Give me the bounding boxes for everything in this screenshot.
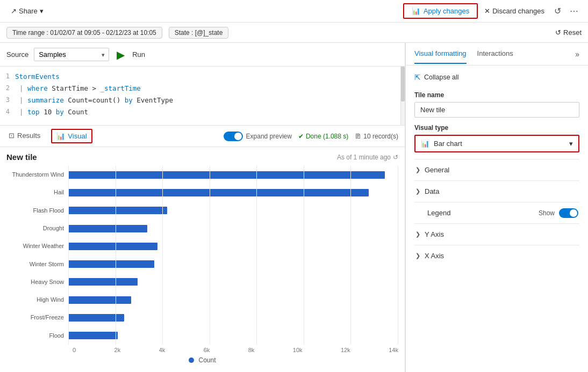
line-num-1: 1 — [0, 71, 15, 82]
tile-name-input[interactable] — [414, 102, 579, 118]
visual-formatting-label: Visual formatting — [414, 49, 467, 57]
chart-title: New tile — [6, 152, 37, 162]
x-axis-label: X Axis — [425, 252, 444, 260]
visual-type-group: Visual type 📊 Bar chart ▾ — [414, 124, 579, 152]
run-label[interactable]: Run — [132, 50, 145, 59]
tab-visual[interactable]: 📊 Visual — [51, 129, 92, 143]
bar-6 — [68, 278, 138, 286]
x-tick-5: 10k — [293, 347, 303, 353]
state-filter[interactable]: State : [@]_state — [169, 27, 229, 39]
bar-label-6: Heavy Snow — [6, 276, 64, 288]
legend-show-label: Show — [539, 209, 555, 217]
collapse-all-button[interactable]: ⇱ Collapse all — [414, 72, 459, 83]
code-editor[interactable]: 1 StormEvents 2 | where StartTime > _sta… — [0, 67, 405, 126]
code-content-1: StormEvents — [15, 71, 60, 82]
dropdown-chevron-icon: ▾ — [569, 140, 573, 148]
more-options-button[interactable]: ⋯ — [567, 4, 582, 18]
records-icon: 🖹 — [355, 133, 361, 140]
x-axis-section[interactable]: ❯ X Axis — [414, 245, 579, 266]
bar-chart: Thunderstorm Wind Hail Flash Flood Droug… — [6, 166, 398, 364]
legend-toggle-thumb — [570, 209, 577, 217]
run-play-button[interactable]: ▶ — [114, 47, 127, 62]
bar-label-4: Winter Weather — [6, 240, 64, 252]
bar-7 — [68, 296, 131, 304]
right-content: ⇱ Collapse all Tile name Visual type 📊 B… — [406, 65, 588, 372]
x-axis-chevron-icon: ❯ — [415, 252, 420, 259]
bar-label-7: High Wind — [6, 294, 64, 306]
right-tabs: Visual formatting Interactions » — [406, 43, 588, 65]
x-tick-2: 4k — [159, 347, 166, 353]
tabs-right: Expand preview ✔ Done (1.088 s) 🖹 10 rec… — [224, 132, 398, 141]
bar-label-0: Thunderstorm Wind — [6, 169, 64, 181]
x-tick-3: 6k — [204, 347, 210, 353]
left-panel: Source Samples ▶ Run 1 StormEvents 2 | w… — [0, 43, 405, 372]
bar-4 — [68, 243, 157, 250]
legend-toggle[interactable] — [559, 208, 578, 218]
data-section[interactable]: ❯ Data — [414, 180, 579, 202]
bar-row-1 — [68, 187, 398, 199]
expand-panel-button[interactable]: » — [575, 50, 579, 59]
source-bar: Source Samples ▶ Run — [0, 43, 405, 67]
reset-button[interactable]: ↺ Reset — [555, 28, 582, 37]
bar-row-3 — [68, 223, 398, 235]
tab-results[interactable]: ⊡ Results — [6, 127, 42, 145]
y-axis-section[interactable]: ❯ Y Axis — [414, 223, 579, 245]
scroll-thumb — [401, 67, 405, 101]
chart-area: New tile As of 1 minute ago ↺ Thundersto… — [0, 147, 405, 372]
done-label: Done (1.088 s) — [306, 133, 348, 140]
scroll-indicator — [400, 67, 405, 125]
y-axis-label: Y Axis — [425, 230, 444, 238]
y-axis-chevron-icon: ❯ — [415, 231, 420, 238]
apply-changes-button[interactable]: 📊 Apply changes — [403, 3, 478, 19]
bar-row-2 — [68, 205, 398, 216]
code-content-3: | summarize Count=count() by EventType — [19, 95, 173, 106]
discard-changes-label: Discard changes — [492, 7, 544, 15]
source-select-wrapper: Samples — [34, 48, 109, 61]
bar-row-9 — [68, 330, 398, 341]
timestamp-text: As of 1 minute ago — [337, 154, 391, 161]
bar-row-8 — [68, 312, 398, 324]
share-button[interactable]: ↗ Share ▾ — [6, 5, 48, 17]
legend-label: Count — [198, 356, 216, 364]
refresh-icon[interactable]: ↺ — [393, 154, 398, 161]
x-tick-1: 2k — [114, 347, 121, 353]
filter-bar-right: ↺ Reset — [555, 28, 582, 37]
reset-label: Reset — [563, 28, 582, 37]
general-section[interactable]: ❯ General — [414, 159, 579, 180]
toolbar-left: ↗ Share ▾ — [6, 5, 48, 17]
visual-type-label: Visual type — [414, 124, 579, 132]
chart-timestamp: As of 1 minute ago ↺ — [337, 154, 398, 161]
tab-visual-formatting[interactable]: Visual formatting — [414, 44, 467, 64]
x-tick-7: 14k — [389, 347, 398, 353]
discard-changes-button[interactable]: ✕ Discard changes — [480, 5, 549, 17]
toolbar-right: 📊 Apply changes ✕ Discard changes ↺ ⋯ — [403, 3, 582, 19]
bar-1 — [68, 189, 369, 196]
visual-icon: 📊 — [56, 132, 65, 140]
bar-label-3: Drought — [6, 223, 64, 235]
legend-section-label: Legend — [427, 209, 539, 217]
main-layout: Source Samples ▶ Run 1 StormEvents 2 | w… — [0, 43, 588, 372]
top-toolbar: ↗ Share ▾ 📊 Apply changes ✕ Discard chan… — [0, 0, 588, 23]
chart-legend: Count — [6, 356, 398, 364]
tile-name-label: Tile name — [414, 91, 579, 99]
code-content-2: | where StartTime > _startTime — [19, 83, 141, 94]
refresh-button[interactable]: ↺ — [551, 4, 564, 18]
tab-interactions[interactable]: Interactions — [477, 44, 513, 64]
share-label: Share — [19, 7, 38, 15]
bar-row-0 — [68, 169, 398, 181]
time-range-filter[interactable]: Time range : 01/02/07 at 09:05 - 02/12/2… — [6, 27, 162, 39]
line-num-3: 3 — [0, 95, 15, 105]
bar-row-6 — [68, 276, 398, 288]
expand-preview-toggle[interactable] — [224, 132, 243, 141]
collapse-icon: ⇱ — [414, 73, 421, 82]
general-chevron-icon: ❯ — [415, 166, 420, 173]
visual-type-select[interactable]: 📊 Bar chart ▾ — [414, 135, 579, 152]
done-badge: ✔ Done (1.088 s) — [298, 133, 348, 140]
source-select[interactable]: Samples — [34, 48, 109, 61]
reset-icon: ↺ — [555, 28, 561, 37]
visual-label: Visual — [68, 132, 87, 140]
bar-0 — [68, 171, 385, 179]
records-badge: 🖹 10 record(s) — [355, 133, 398, 140]
bar-chart-icon: 📊 — [421, 140, 429, 148]
line-num-4: 4 — [0, 107, 15, 117]
